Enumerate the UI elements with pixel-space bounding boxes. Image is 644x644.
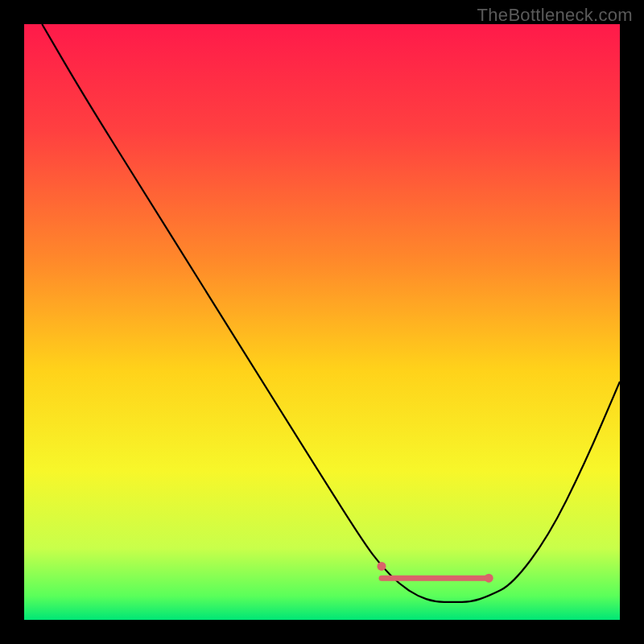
chart-svg <box>24 24 620 620</box>
chart-container: TheBottleneck.com <box>0 0 644 644</box>
watermark-text: TheBottleneck.com <box>477 5 633 26</box>
gradient-background <box>24 24 620 620</box>
plot-area <box>24 24 620 620</box>
optimal-marker-1 <box>485 574 493 583</box>
optimal-marker-0 <box>378 562 386 571</box>
